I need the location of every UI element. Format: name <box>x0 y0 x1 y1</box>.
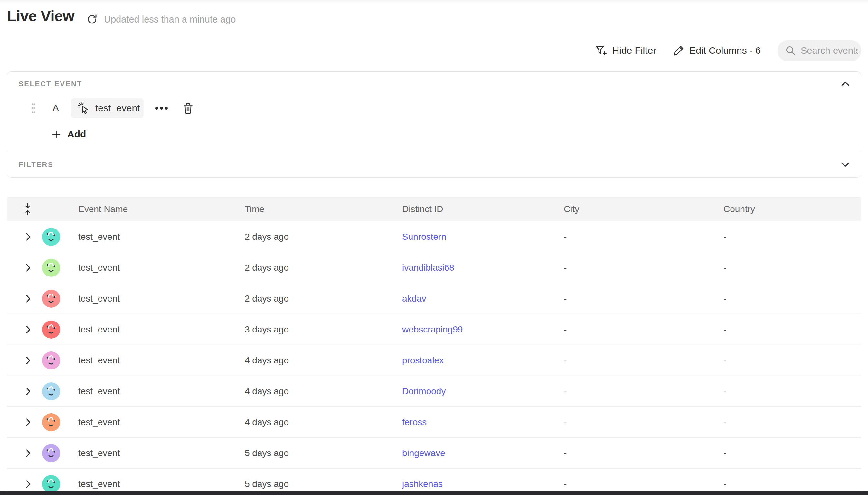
table-row: test_event 4 days ago feross - - <box>7 407 861 438</box>
collapse-section-button[interactable] <box>840 80 850 87</box>
expand-row-button[interactable] <box>24 293 32 304</box>
chevron-right-icon <box>26 356 31 365</box>
search-box[interactable] <box>778 40 861 62</box>
event-name-cell: test_event <box>78 479 245 489</box>
query-builder-card: SELECT EVENT A <box>7 71 861 178</box>
top-fade <box>0 0 868 3</box>
delete-event-button[interactable] <box>183 102 193 114</box>
distinct-id-link[interactable]: webscraping99 <box>402 324 463 335</box>
expand-row-button[interactable] <box>24 448 32 459</box>
expand-row-button[interactable] <box>24 324 32 335</box>
avatar <box>42 352 60 370</box>
table-row: test_event 4 days ago prostoalex - - <box>7 345 861 376</box>
event-select-pill[interactable]: test_event <box>71 99 143 118</box>
distinct-id-link[interactable]: bingewave <box>402 448 445 458</box>
city-cell: - <box>564 262 724 273</box>
city-cell: - <box>564 355 724 365</box>
cursor-click-icon <box>77 101 91 115</box>
avatar <box>42 475 60 493</box>
avatar <box>42 413 60 431</box>
country-cell: - <box>724 417 861 427</box>
avatar <box>42 290 60 308</box>
table-row: test_event 2 days ago Sunrostern - - <box>7 221 861 252</box>
refresh-button[interactable] <box>86 13 99 26</box>
hide-filter-button[interactable]: Hide Filter <box>595 45 657 56</box>
event-row: A test_event <box>7 98 193 118</box>
event-name-cell: test_event <box>78 262 245 273</box>
table-row: test_event 4 days ago Dorimoody - - <box>7 376 861 407</box>
city-cell: - <box>564 386 724 396</box>
avatar <box>42 444 60 462</box>
search-input[interactable] <box>801 45 858 56</box>
plus-icon <box>52 130 61 139</box>
chevron-right-icon <box>26 325 31 334</box>
col-header-country: Country <box>724 204 861 214</box>
expand-row-button[interactable] <box>24 262 32 273</box>
table-row: test_event 3 days ago webscraping99 - - <box>7 314 861 345</box>
avatar <box>42 382 60 400</box>
hide-filter-label: Hide Filter <box>612 45 657 56</box>
avatar <box>42 228 60 246</box>
chevron-right-icon <box>26 480 31 488</box>
expand-row-button[interactable] <box>24 417 32 428</box>
trash-icon <box>183 102 193 114</box>
country-cell: - <box>724 355 861 365</box>
avatar <box>42 259 60 277</box>
selected-event-name: test_event <box>95 103 140 114</box>
expand-row-button[interactable] <box>24 386 32 397</box>
chevron-right-icon <box>26 387 31 395</box>
events-table: Event Name Time Distinct ID City Country <box>7 197 861 495</box>
distinct-id-link[interactable]: prostoalex <box>402 355 444 365</box>
updated-status: Updated less than a minute ago <box>104 14 236 25</box>
time-cell: 3 days ago <box>245 324 402 335</box>
add-label: Add <box>67 129 86 140</box>
edit-columns-button[interactable]: Edit Columns · 6 <box>673 45 761 56</box>
edit-columns-label: Edit Columns · 6 <box>689 45 761 56</box>
event-name-cell: test_event <box>78 386 245 396</box>
distinct-id-link[interactable]: Dorimoody <box>402 386 446 396</box>
event-name-cell: test_event <box>78 355 245 365</box>
expand-row-button[interactable] <box>24 232 32 242</box>
time-cell: 4 days ago <box>245 355 402 365</box>
select-event-section: SELECT EVENT A <box>7 72 861 152</box>
table-body: test_event 2 days ago Sunrostern - - <box>7 221 861 495</box>
country-cell: - <box>724 232 861 242</box>
chevron-up-icon <box>841 81 850 86</box>
col-header-time: Time <box>245 204 402 214</box>
chevron-right-icon <box>26 263 31 272</box>
distinct-id-link[interactable]: akdav <box>402 293 426 304</box>
table-row: test_event 5 days ago bingewave - - <box>7 438 861 468</box>
distinct-id-link[interactable]: Sunrostern <box>402 232 446 242</box>
city-cell: - <box>564 232 724 242</box>
table-row: test_event 5 days ago jashkenas - - <box>7 468 861 495</box>
city-cell: - <box>564 448 724 458</box>
city-cell: - <box>564 293 724 304</box>
event-name-cell: test_event <box>78 417 245 427</box>
chevron-right-icon <box>26 294 31 303</box>
col-header-event-name: Event Name <box>78 204 245 214</box>
country-cell: - <box>724 293 861 304</box>
time-cell: 2 days ago <box>245 293 402 304</box>
event-name-cell: test_event <box>78 232 245 242</box>
filters-label: FILTERS <box>19 160 53 169</box>
expand-filters-button[interactable] <box>840 161 850 168</box>
add-event-button[interactable]: Add <box>52 127 86 141</box>
country-cell: - <box>724 324 861 335</box>
drag-handle-icon[interactable] <box>31 102 37 114</box>
country-cell: - <box>724 386 861 396</box>
distinct-id-link[interactable]: jashkenas <box>402 479 443 489</box>
expand-row-button[interactable] <box>24 479 32 490</box>
table-row: test_event 2 days ago ivandiblasi68 - - <box>7 252 861 283</box>
filter-plus-icon <box>595 45 608 56</box>
pencil-icon <box>673 45 684 56</box>
bottom-edge-bar <box>0 492 868 495</box>
collapse-rows-icon[interactable] <box>7 202 39 216</box>
page-title: Live View <box>7 7 74 25</box>
table-row: test_event 2 days ago akdav - - <box>7 283 861 314</box>
more-options-icon[interactable] <box>153 105 170 112</box>
expand-row-button[interactable] <box>24 355 32 366</box>
distinct-id-link[interactable]: feross <box>402 417 427 427</box>
table-header-row: Event Name Time Distinct ID City Country <box>7 197 861 221</box>
distinct-id-link[interactable]: ivandiblasi68 <box>402 262 454 273</box>
time-cell: 2 days ago <box>245 232 402 242</box>
